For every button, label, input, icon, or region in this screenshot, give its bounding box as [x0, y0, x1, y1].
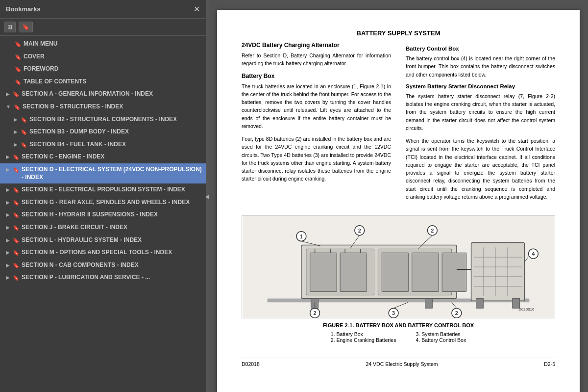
bookmark-item-section-c[interactable]: ▶🔖SECTION C - ENGINE - INDEX	[0, 151, 206, 163]
svg-rect-23	[311, 299, 318, 309]
svg-rect-5	[310, 253, 337, 292]
bookmark-label-section-n: SECTION N - CAB COMPONENTS - INDEX	[22, 261, 202, 269]
bookmark-item-section-d[interactable]: ▶🔖SECTION D - ELECTRICAL SYSTEM (24VDC N…	[0, 163, 206, 183]
expand-icon-section-c[interactable]: ▶	[6, 154, 10, 160]
bookmark-item-section-g[interactable]: ▶🔖SECTION G - REAR AXLE, SPINDLES AND WH…	[0, 196, 206, 209]
bookmark-icon-section-j: 🔖	[13, 224, 20, 231]
bookmark-item-section-b3[interactable]: ▶🔖SECTION B3 - DUMP BODY - INDEX	[0, 126, 206, 138]
legend-item-3: 3. System Batteries	[416, 331, 466, 337]
pdf-charging-alt-text: Refer to Section D, Battery Charging Alt…	[242, 52, 391, 68]
svg-rect-12	[412, 253, 439, 292]
bookmark-item-section-h[interactable]: ▶🔖SECTION H - HYDRAIR II SUSPENSIONS - I…	[0, 209, 206, 221]
svg-text:2: 2	[455, 310, 458, 316]
pdf-left-column: 24VDC Battery Charging Alternator Refer …	[242, 42, 391, 206]
expand-icon-section-b3[interactable]: ▶	[14, 129, 18, 135]
pdf-relay-text1: The system battery starter disconnect re…	[406, 92, 555, 132]
pdf-control-box-heading: Battery Control Box	[406, 46, 555, 52]
pdf-figure-image: 1 2 2 4	[242, 215, 555, 318]
bookmarks-panel-title: Bookmarks	[6, 5, 41, 13]
bookmark-label-foreword: FOREWORD	[24, 65, 202, 73]
bookmark-icon-section-a: 🔖	[13, 91, 20, 98]
svg-rect-25	[476, 299, 483, 309]
toolbar-grid-button[interactable]: ⊞	[4, 22, 16, 32]
bookmark-item-cover[interactable]: 🔖COVER	[0, 51, 206, 63]
expand-icon-section-j[interactable]: ▶	[6, 224, 10, 231]
bookmark-label-toc: TABLE OF CONTENTS	[24, 78, 202, 86]
bookmark-icon-section-n: 🔖	[13, 262, 20, 269]
bookmark-icon-cover: 🔖	[15, 53, 22, 60]
svg-rect-11	[382, 253, 408, 292]
bookmark-item-section-b2[interactable]: ▶🔖SECTION B2 - STRUCTURAL COMPONENTS - I…	[0, 113, 206, 126]
bookmark-item-section-p[interactable]: ▶🔖SECTION P - LUBRICATION AND SERVICE - …	[0, 271, 206, 284]
pdf-content-area[interactable]: BATTERY SUPPLY SYSTEM 24VDC Battery Char…	[209, 0, 588, 392]
bookmark-icon-main-menu: 🔖	[15, 41, 22, 48]
bookmark-label-section-j: SECTION J - BRAKE CIRCUIT - INDEX	[22, 224, 202, 232]
legend-item-2: 2. Engine Cranking Batteries	[331, 337, 396, 343]
bookmarks-toolbar: ⊞ 🔖	[0, 19, 206, 36]
expand-icon-section-b4[interactable]: ▶	[14, 141, 18, 148]
pdf-figure-caption: FIGURE 2-1. BATTERY BOX AND BATTERY CONT…	[323, 322, 474, 328]
bookmark-label-section-l: SECTION L - HYDRAULIC SYSTEM - INDEX	[22, 236, 202, 244]
bookmark-icon-section-c: 🔖	[13, 154, 20, 160]
pdf-battery-box-text2: Four, type 8D batteries (2) are installe…	[242, 135, 391, 183]
bookmark-icon-section-b: 🔖	[14, 104, 21, 110]
bookmark-label-section-d: SECTION D - ELECTRICAL SYSTEM (24VDC NON…	[22, 166, 202, 181]
bookmark-icon-section-b4: 🔖	[21, 141, 27, 148]
bookmarks-close-button[interactable]: ✕	[194, 4, 200, 14]
bookmark-label-section-b4: SECTION B4 - FUEL TANK - INDEX	[29, 141, 202, 149]
svg-text:4: 4	[532, 251, 535, 257]
pdf-figure-legend: 1. Battery Box 2. Engine Cranking Batter…	[331, 331, 466, 343]
bookmark-item-section-l[interactable]: ▶🔖SECTION L - HYDRAULIC SYSTEM - INDEX	[0, 234, 206, 247]
bookmark-item-foreword[interactable]: 🔖FOREWORD	[0, 63, 206, 76]
bookmark-label-section-a: SECTION A - GENERAL INFORMATION - INDEX	[22, 90, 202, 98]
expand-icon-section-b[interactable]: ▼	[6, 104, 11, 110]
pdf-figure-area: 1 2 2 4	[242, 215, 555, 343]
expand-icon-section-d[interactable]: ▶	[6, 166, 10, 173]
pdf-battery-box-title: Battery Box	[242, 73, 391, 79]
expand-icon-section-l[interactable]: ▶	[6, 237, 10, 243]
bookmark-item-main-menu[interactable]: 🔖MAIN MENU	[0, 38, 206, 51]
bookmark-item-section-n[interactable]: ▶🔖SECTION N - CAB COMPONENTS - INDEX	[0, 259, 206, 272]
expand-icon-section-a[interactable]: ▶	[6, 91, 10, 97]
pdf-control-box-text: The battery control box (4) is located n…	[406, 54, 555, 78]
bookmarks-panel: Bookmarks ✕ ⊞ 🔖 🔖MAIN MENU🔖COVER🔖FOREWOR…	[0, 0, 206, 392]
bookmark-label-main-menu: MAIN MENU	[24, 40, 202, 48]
pdf-footer-left: D02018	[242, 361, 260, 367]
bookmark-icon-section-l: 🔖	[13, 237, 20, 244]
svg-text:3: 3	[392, 310, 395, 316]
expand-icon-section-h[interactable]: ▶	[6, 211, 10, 218]
expand-icon-section-b2[interactable]: ▶	[14, 116, 18, 123]
expand-icon-section-g[interactable]: ▶	[6, 199, 10, 206]
bookmark-item-section-j[interactable]: ▶🔖SECTION J - BRAKE CIRCUIT - INDEX	[0, 221, 206, 234]
bookmark-icon-foreword: 🔖	[15, 66, 22, 73]
expand-icon-section-m[interactable]: ▶	[6, 249, 10, 256]
svg-rect-24	[425, 299, 432, 309]
bookmark-item-section-e[interactable]: ▶🔖SECTION E - ELECTRICAL PROPULSION SYST…	[0, 183, 206, 196]
bookmark-icon-section-b2: 🔖	[21, 116, 27, 123]
bookmark-item-toc[interactable]: 🔖TABLE OF CONTENTS	[0, 76, 206, 88]
bookmark-label-section-c: SECTION C - ENGINE - INDEX	[22, 153, 202, 161]
expand-icon-section-e[interactable]: ▶	[6, 186, 10, 193]
bookmark-icon-section-g: 🔖	[13, 199, 20, 206]
pdf-footer: D02018 24 VDC Electric Supply System D2-…	[242, 358, 555, 367]
legend-num-3: 3. System Batteries	[416, 331, 460, 337]
expand-icon-section-p[interactable]: ▶	[6, 274, 10, 281]
bookmark-label-section-h: SECTION H - HYDRAIR II SUSPENSIONS - IND…	[22, 211, 202, 219]
bookmark-label-section-b2: SECTION B2 - STRUCTURAL COMPONENTS - IND…	[29, 116, 202, 124]
bookmark-item-section-m[interactable]: ▶🔖SECTION M - OPTIONS AND SPECIAL TOOLS …	[0, 246, 206, 259]
bookmark-label-section-b3: SECTION B3 - DUMP BODY - INDEX	[29, 128, 202, 136]
legend-item-4: 4. Battery Control Box	[416, 337, 466, 343]
legend-item-1: 1. Battery Box	[331, 331, 396, 337]
bookmark-icon-section-d: 🔖	[13, 166, 20, 173]
bookmark-item-section-b[interactable]: ▼🔖SECTION B - STRUCTURES - INDEX	[0, 101, 206, 113]
pdf-footer-right: D2-5	[544, 361, 555, 367]
bookmark-item-section-a[interactable]: ▶🔖SECTION A - GENERAL INFORMATION - INDE…	[0, 88, 206, 101]
bookmark-item-section-b4[interactable]: ▶🔖SECTION B4 - FUEL TANK - INDEX	[0, 138, 206, 151]
bookmarks-header: Bookmarks ✕	[0, 0, 206, 19]
pdf-battery-box-text1: The truck batteries are located in an en…	[242, 82, 391, 131]
pdf-main-title: BATTERY SUPPLY SYSTEM	[242, 29, 555, 37]
pdf-charging-alt-title: 24VDC Battery Charging Alternator	[242, 42, 391, 49]
toolbar-bookmark-button[interactable]: 🔖	[19, 22, 33, 32]
expand-icon-section-n[interactable]: ▶	[6, 262, 10, 268]
svg-text:2: 2	[358, 228, 361, 234]
